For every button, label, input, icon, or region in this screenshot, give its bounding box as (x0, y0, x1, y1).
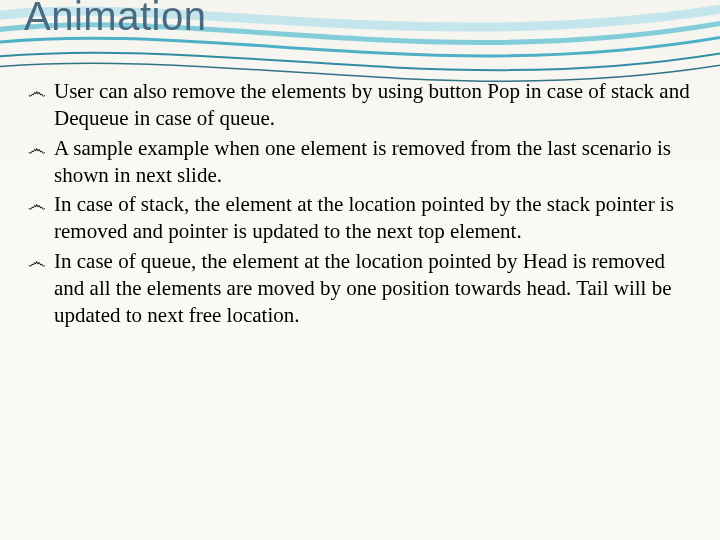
bullet-item: ෴ User can also remove the elements by u… (28, 78, 690, 133)
bullet-item: ෴ In case of queue, the element at the l… (28, 248, 690, 330)
slide-body: ෴ User can also remove the elements by u… (28, 78, 690, 332)
bullet-marker-icon: ෴ (28, 80, 46, 105)
bullet-text: User can also remove the elements by usi… (54, 79, 690, 130)
bullet-item: ෴ In case of stack, the element at the l… (28, 191, 690, 246)
bullet-text: In case of stack, the element at the loc… (54, 192, 674, 243)
bullet-marker-icon: ෴ (28, 250, 46, 275)
bullet-text: A sample example when one element is rem… (54, 136, 671, 187)
slide-title: Animation (24, 0, 206, 39)
slide: Animation ෴ User can also remove the ele… (0, 0, 720, 540)
bullet-item: ෴ A sample example when one element is r… (28, 135, 690, 190)
bullet-text: In case of queue, the element at the loc… (54, 249, 671, 328)
bullet-marker-icon: ෴ (28, 193, 46, 218)
bullet-marker-icon: ෴ (28, 137, 46, 162)
